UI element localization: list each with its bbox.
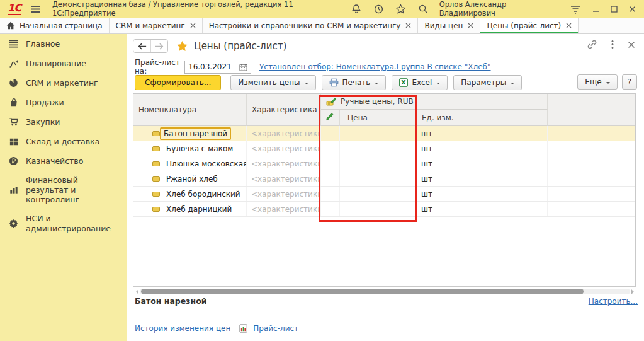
column-header-characteristic[interactable]: Характеристика <box>247 94 321 126</box>
table-row[interactable]: Хлеб дарницкий <характеристики ... шт <box>133 202 635 217</box>
edit-flag-cell[interactable] <box>321 187 340 201</box>
tab-home[interactable]: Начальная страница <box>0 18 110 33</box>
tab-price-list[interactable]: Цены (прайс-лист) <box>480 18 579 33</box>
price-cell[interactable] <box>340 187 414 201</box>
scroll-right-icon[interactable] <box>631 289 636 294</box>
unit-cell[interactable]: шт <box>414 171 548 186</box>
sidebar-item-crm[interactable]: CRM и маркетинг <box>0 73 127 93</box>
sidebar-item-financial-result[interactable]: Финансовый результат и контроллинг <box>0 171 127 209</box>
characteristic-cell[interactable]: <характеристики ... <box>247 187 321 201</box>
edit-flag-cell[interactable] <box>321 171 340 186</box>
column-group-manual-prices[interactable]: Ручные цены, RUB <box>321 94 414 110</box>
scrollbar-thumb[interactable] <box>141 289 584 294</box>
price-cell[interactable] <box>340 202 414 216</box>
sidebar-item-sales[interactable]: Продажи <box>0 93 127 112</box>
filter-link[interactable]: Установлен отбор: Номенклатура.Группа В … <box>259 62 491 71</box>
printer-icon <box>329 78 339 87</box>
unit-cell[interactable]: шт <box>414 141 548 156</box>
generate-button[interactable]: Сформировать... <box>135 75 221 90</box>
characteristic-cell[interactable]: <характеристики ... <box>247 171 321 186</box>
nomenclature-name[interactable]: Хлеб бородинский <box>164 189 243 199</box>
unit-cell[interactable]: шт <box>414 156 548 171</box>
table-row[interactable]: Ржаной хлеб <характеристики ... шт <box>133 171 635 187</box>
notifications-bell-icon[interactable] <box>351 3 362 14</box>
get-link-icon[interactable] <box>587 39 597 52</box>
close-tab-icon[interactable] <box>405 23 411 28</box>
more-button[interactable]: Еще <box>577 74 617 90</box>
tab-crm-marketing[interactable]: CRM и маркетинг <box>110 18 203 33</box>
sidebar-item-main[interactable]: Главное <box>0 34 127 54</box>
close-form-icon[interactable] <box>628 41 635 50</box>
more-menu-icon[interactable] <box>611 40 614 51</box>
close-tab-icon[interactable] <box>190 23 196 28</box>
close-window-button[interactable] <box>624 2 640 16</box>
unit-cell[interactable]: шт <box>414 126 548 141</box>
maximize-button[interactable] <box>606 2 622 16</box>
edit-flag-cell[interactable] <box>321 202 340 216</box>
edit-flag-cell[interactable] <box>321 141 340 156</box>
tab-crm-settings[interactable]: Настройки и справочники по CRM и маркети… <box>203 18 419 33</box>
chevron-down-icon <box>375 83 378 86</box>
minimize-button[interactable] <box>588 2 604 16</box>
search-icon[interactable] <box>417 3 428 14</box>
price-list-report-link[interactable]: Прайс-лист <box>253 324 298 333</box>
price-cell[interactable] <box>340 141 414 156</box>
price-cell[interactable] <box>340 171 414 186</box>
forward-button[interactable] <box>150 40 167 52</box>
sidebar-item-purchases[interactable]: Закупки <box>0 112 127 132</box>
nomenclature-item-icon <box>152 161 160 166</box>
column-header-unit[interactable]: Ед. изм. <box>414 110 548 126</box>
edit-flag-column-header[interactable] <box>321 110 340 126</box>
current-user-name[interactable]: Орлов Александр Владимирович <box>439 0 560 18</box>
column-header-price[interactable]: Цена <box>340 110 414 126</box>
column-header-nomenclature[interactable]: Номенклатура <box>133 94 247 126</box>
edit-flag-cell[interactable] <box>321 126 340 141</box>
price-cell[interactable] <box>340 156 414 171</box>
nomenclature-item-icon <box>152 131 160 136</box>
table-row[interactable]: Плюшка московская <характеристики ... шт <box>133 156 635 171</box>
nomenclature-name[interactable]: Батон нарезной <box>160 127 231 140</box>
close-tab-icon[interactable] <box>468 23 473 28</box>
unit-cell[interactable]: шт <box>414 202 548 216</box>
tools-settings-icon[interactable] <box>570 3 581 14</box>
calendar-icon[interactable] <box>237 61 249 73</box>
sidebar-item-treasury[interactable]: Казначейство <box>0 151 127 171</box>
horizontal-scrollbar[interactable] <box>133 288 636 295</box>
history-icon[interactable] <box>373 3 384 14</box>
table-row[interactable]: Батон нарезной <характеристики ... шт <box>133 126 635 141</box>
nomenclature-name[interactable]: Булочка с маком <box>164 144 235 154</box>
main-menu-icon[interactable] <box>31 5 41 13</box>
back-button[interactable] <box>133 40 150 52</box>
favorites-star-icon[interactable] <box>395 3 406 14</box>
nomenclature-name[interactable]: Хлеб дарницкий <box>164 204 234 214</box>
close-tab-icon[interactable] <box>566 23 572 28</box>
table-row[interactable]: Хлеб бородинский <характеристики ... шт <box>133 187 635 202</box>
excel-button[interactable]: X Excel <box>392 75 448 90</box>
scroll-left-icon[interactable] <box>133 289 138 294</box>
nomenclature-name[interactable]: Ржаной хлеб <box>164 174 220 184</box>
unit-cell[interactable]: шт <box>414 187 548 201</box>
empty-cell <box>548 171 635 186</box>
sidebar-item-planning[interactable]: Планирование <box>0 54 127 73</box>
characteristic-cell[interactable]: <характеристики ... <box>247 126 321 141</box>
change-prices-button[interactable]: Изменить цены <box>230 75 315 90</box>
date-label: Прайс-лист на: <box>135 58 184 76</box>
table-row[interactable]: Булочка с маком <характеристики ... шт <box>133 141 635 156</box>
parameters-button[interactable]: Параметры <box>453 75 522 90</box>
characteristic-cell[interactable]: <характеристики ... <box>247 156 321 171</box>
sidebar-item-administration[interactable]: НСИ и администрирование <box>0 209 127 238</box>
nomenclature-name[interactable]: Плюшка московская <box>164 159 247 169</box>
print-button[interactable]: Печать <box>322 75 387 90</box>
characteristic-cell[interactable]: <характеристики ... <box>247 141 321 156</box>
sidebar-item-warehouse[interactable]: Склад и доставка <box>0 132 127 151</box>
edit-flag-cell[interactable] <box>321 156 340 171</box>
help-button[interactable]: ? <box>622 74 637 90</box>
price-history-link[interactable]: История изменения цен <box>135 324 230 333</box>
favorite-star-icon[interactable] <box>176 40 188 52</box>
scrollbar-track[interactable] <box>140 289 630 294</box>
date-input[interactable] <box>185 62 237 71</box>
tab-price-kinds[interactable]: Виды цен <box>418 18 480 33</box>
characteristic-cell[interactable]: <характеристики ... <box>247 202 321 216</box>
configure-link[interactable]: Настроить... <box>589 297 638 306</box>
price-cell[interactable] <box>340 126 414 141</box>
